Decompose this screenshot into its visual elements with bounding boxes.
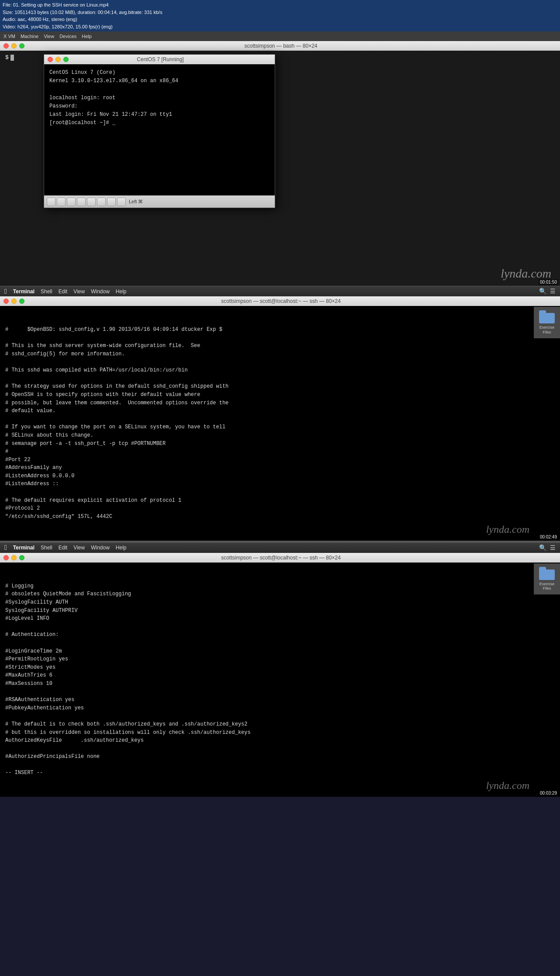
terminal-2-title: scottsimpson — scott@localhost:~ — ssh —…	[5, 555, 557, 561]
centos-terminal-content[interactable]: CentOS Linux 7 (Core) Kernel 3.10.0-123.…	[44, 64, 275, 195]
dock-terminal-1[interactable]: Terminal	[13, 288, 35, 295]
lynda-watermark-3: lynda.com	[486, 780, 529, 792]
bash-cursor	[10, 55, 14, 61]
toolbar-btn-3[interactable]	[67, 198, 76, 206]
timestamp-3: 00:03:29	[539, 790, 558, 796]
toolbar-btn-4[interactable]	[77, 198, 86, 206]
mac-bash-window: scottsimpson — bash — 80×24 $ CentOS 7 […	[0, 41, 560, 286]
vlc-menu-bar: X VM Machine View Devices Help	[0, 31, 560, 41]
toolbar-btn-5[interactable]	[87, 198, 96, 206]
dock-terminal-2[interactable]: Terminal	[13, 545, 35, 551]
terminal-window-1: scottsimpson — scott@localhost:~ — ssh —…	[0, 296, 560, 541]
bash-content: $ CentOS 7 [Running] CentOS Linux 7 (Cor…	[0, 51, 560, 286]
video-player-section: File: 01. Setting up the SSH service on …	[0, 0, 560, 286]
bash-window-title: scottsimpson — bash — 80×24	[5, 43, 557, 49]
menu-item-help[interactable]: Help	[82, 34, 92, 39]
exercise-label-1: Exercise Files	[536, 325, 558, 335]
lynda-watermark-1: lynda.com	[501, 267, 551, 281]
terminal-1-content[interactable]: # $OpenBSD: sshd_config,v 1.90 2013/05/1…	[0, 306, 560, 541]
mac-menu-bar-2:  Terminal Shell Edit View Window Help 🔍…	[0, 542, 560, 553]
sshd-config-text-1: # $OpenBSD: sshd_config,v 1.90 2013/05/1…	[5, 326, 555, 521]
dock-view-1[interactable]: View	[73, 288, 85, 295]
terminal-titlebar-1: scottsimpson — scott@localhost:~ — ssh —…	[0, 296, 560, 306]
dock-edit-1[interactable]: Edit	[59, 288, 68, 295]
folder-icon-2	[539, 567, 555, 580]
toolbar-btn-8[interactable]	[117, 198, 126, 206]
search-icon-2[interactable]: 🔍	[539, 544, 546, 552]
dock-edit-2[interactable]: Edit	[59, 545, 68, 551]
centos-titlebar: CentOS 7 [Running]	[44, 55, 275, 64]
apple-menu-2[interactable]: 	[4, 544, 7, 552]
apple-menu[interactable]: 	[4, 288, 7, 295]
video-codec-info: Video: h264, yuv420p, 1280x720, 15.00 fp…	[3, 23, 557, 31]
sshd-config-text-2: # Logging # obsoletes QuietMode and Fasc…	[5, 582, 555, 777]
terminal-titlebar-2: scottsimpson — scott@localhost:~ — ssh —…	[0, 553, 560, 563]
dock-help-2[interactable]: Help	[116, 545, 127, 551]
bash-prompt-line: $	[5, 54, 14, 61]
dock-right-icons-2: 🔍 ☰	[539, 544, 556, 552]
lynda-watermark-2: lynda.com	[486, 524, 529, 535]
terminal-2-container: scottsimpson — scott@localhost:~ — ssh —…	[0, 553, 560, 797]
menu-item-devices[interactable]: Devices	[59, 34, 76, 39]
bash-titlebar: scottsimpson — bash — 80×24	[0, 41, 560, 51]
size-info: Size: 10511413 bytes (10.02 MiB), durati…	[3, 9, 557, 16]
video-info-bar: File: 01. Setting up the SSH service on …	[0, 0, 560, 31]
exercise-files-panel-2[interactable]: Exercise Files	[534, 563, 560, 595]
terminal-1-container: scottsimpson — scott@localhost:~ — ssh —…	[0, 296, 560, 541]
list-icon-2[interactable]: ☰	[550, 544, 556, 552]
dock-window-1[interactable]: Window	[91, 288, 110, 295]
exercise-files-panel-1[interactable]: Exercise Files	[534, 307, 560, 338]
menu-item-view[interactable]: View	[44, 34, 54, 39]
menu-item-xvm[interactable]: X VM	[3, 34, 15, 39]
timestamp-2: 00:02:49	[539, 534, 558, 540]
toolbar-btn-2[interactable]	[57, 198, 66, 206]
terminal-section-1:  Terminal Shell Edit View Window Help 🔍…	[0, 286, 560, 541]
dock-window-2[interactable]: Window	[91, 545, 110, 551]
dock-view-2[interactable]: View	[73, 545, 85, 551]
list-icon-1[interactable]: ☰	[550, 288, 556, 295]
terminal-section-2:  Terminal Shell Edit View Window Help 🔍…	[0, 542, 560, 797]
dock-shell-1[interactable]: Shell	[41, 288, 52, 295]
dock-help-1[interactable]: Help	[116, 288, 127, 295]
toolbar-btn-6[interactable]	[97, 198, 106, 206]
toolbar-btn-7[interactable]	[107, 198, 116, 206]
centos-window-title: CentOS 7 [Running]	[49, 56, 271, 63]
timestamp-1: 00:01:50	[539, 279, 558, 285]
dock-shell-2[interactable]: Shell	[41, 545, 52, 551]
search-icon-1[interactable]: 🔍	[539, 288, 546, 295]
audio-info: Audio: aac, 48000 Hz, stereo (eng)	[3, 16, 557, 23]
toolbar-text-left: Left ⌘	[129, 199, 143, 205]
toolbar-btn-1[interactable]	[47, 198, 55, 206]
terminal-window-2: scottsimpson — scott@localhost:~ — ssh —…	[0, 553, 560, 797]
bash-prompt-symbol: $	[5, 54, 9, 61]
terminal-2-content[interactable]: # Logging # obsoletes QuietMode and Fasc…	[0, 563, 560, 797]
centos-toolbar: Left ⌘	[44, 195, 275, 208]
file-info: File: 01. Setting up the SSH service on …	[3, 1, 557, 9]
folder-icon-1	[539, 310, 555, 323]
dock-right-icons-1: 🔍 ☰	[539, 288, 556, 295]
centos-terminal-text: CentOS Linux 7 (Core) Kernel 3.10.0-123.…	[49, 69, 270, 127]
mac-menu-bar-1:  Terminal Shell Edit View Window Help 🔍…	[0, 286, 560, 296]
menu-item-machine[interactable]: Machine	[21, 34, 39, 39]
centos-vm-window: CentOS 7 [Running] CentOS Linux 7 (Core)…	[44, 54, 275, 208]
terminal-1-title: scottsimpson — scott@localhost:~ — ssh —…	[5, 298, 557, 304]
exercise-label-2: Exercise Files	[536, 582, 558, 591]
